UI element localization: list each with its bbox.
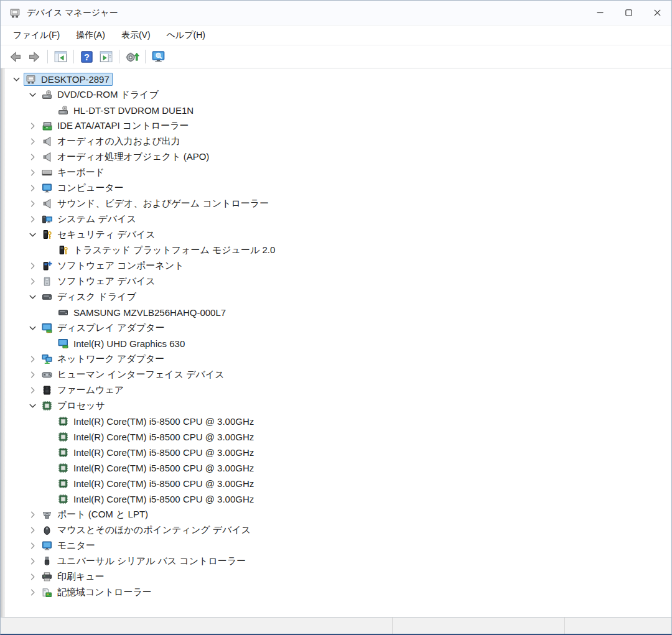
chevron-right-icon[interactable]: [25, 526, 40, 535]
tree-item-label[interactable]: 印刷キュー: [57, 571, 105, 583]
tree-item-audio-inputs-outputs[interactable]: オーディオの入力および出力: [5, 134, 671, 149]
menu-file[interactable]: ファイル(F): [7, 27, 66, 44]
scan-hardware-changes-button[interactable]: [123, 49, 142, 65]
chevron-down-icon[interactable]: [9, 75, 24, 84]
tree-item-usb-controllers[interactable]: ユニバーサル シリアル バス コントローラー: [5, 554, 671, 569]
menu-view[interactable]: 表示(V): [115, 27, 157, 44]
tree-item-firmware[interactable]: ファームウェア: [5, 382, 671, 398]
tree-item-ports-com-lpt[interactable]: ポート (COM と LPT): [5, 507, 671, 522]
tree-item-label[interactable]: モニター: [57, 540, 95, 552]
chevron-down-icon[interactable]: [25, 401, 40, 410]
tree-item-cpu-6[interactable]: Intel(R) Core(TM) i5-8500 CPU @ 3.00GHz: [5, 491, 671, 507]
chevron-down-icon[interactable]: [25, 230, 40, 239]
help-button[interactable]: ?: [77, 49, 96, 65]
tree-item-hl-dt-st-dvdrom-due1n[interactable]: HL-DT-ST DVDROM DUE1N: [5, 103, 671, 118]
tree-item-audio-processing-objects[interactable]: オーディオ処理オブジェクト (APO): [5, 149, 671, 165]
back-button[interactable]: [6, 49, 25, 65]
tree-item-security-devices[interactable]: セキュリティ デバイス: [5, 227, 671, 243]
tree-item-label[interactable]: コンピューター: [57, 182, 124, 194]
tree-item-label[interactable]: マウスとそのほかのポインティング デバイス: [57, 524, 251, 536]
chevron-down-icon[interactable]: [25, 292, 40, 302]
tree-item-label[interactable]: プロセッサ: [57, 400, 105, 412]
tree-item-intel-uhd-graphics-630[interactable]: Intel(R) UHD Graphics 630: [5, 336, 671, 351]
tree-item-label[interactable]: Intel(R) Core(TM) i5-8500 CPU @ 3.00GHz: [73, 494, 254, 504]
tree-item-sound-video-game-controllers[interactable]: サウンド、ビデオ、およびゲーム コントローラー: [5, 196, 671, 211]
tree-item-label[interactable]: 記憶域コントローラー: [57, 586, 152, 598]
tree-item-label[interactable]: ユニバーサル シリアル バス コントローラー: [57, 555, 246, 567]
tree-item-cpu-4[interactable]: Intel(R) Core(TM) i5-8500 CPU @ 3.00GHz: [5, 460, 671, 476]
tree-item-label[interactable]: Intel(R) Core(TM) i5-8500 CPU @ 3.00GHz: [73, 478, 254, 489]
chevron-right-icon[interactable]: [25, 183, 40, 193]
tree-item-print-queues[interactable]: 印刷キュー: [5, 569, 671, 585]
tree-item-network-adapters[interactable]: ネットワーク アダプター: [5, 351, 671, 367]
tree-item-label[interactable]: Intel(R) Core(TM) i5-8500 CPU @ 3.00GHz: [73, 447, 254, 458]
chevron-down-icon[interactable]: [25, 90, 40, 100]
chevron-right-icon[interactable]: [25, 386, 40, 395]
minimize-button[interactable]: [586, 1, 614, 25]
tree-item-desktop-2897[interactable]: DESKTOP-2897: [5, 72, 671, 87]
chevron-down-icon[interactable]: [25, 323, 40, 333]
tree-item-label[interactable]: サウンド、ビデオ、およびゲーム コントローラー: [57, 198, 269, 210]
chevron-right-icon[interactable]: [25, 121, 40, 131]
title-bar[interactable]: デバイス マネージャー: [1, 1, 671, 25]
tree-item-computers[interactable]: コンピューター: [5, 180, 671, 196]
tree-item-label[interactable]: Intel(R) UHD Graphics 630: [73, 338, 185, 349]
chevron-right-icon[interactable]: [25, 572, 40, 582]
tree-item-cpu-2[interactable]: Intel(R) Core(TM) i5-8500 CPU @ 3.00GHz: [5, 429, 671, 445]
tree-item-dvd-cd-rom-drives[interactable]: DVD/CD-ROM ドライブ: [5, 87, 671, 103]
tree-item-ide-ata-atapi-controllers[interactable]: IDE ATA/ATAPI コントローラー: [5, 118, 671, 134]
chevron-right-icon[interactable]: [25, 557, 40, 566]
tree-item-label[interactable]: HL-DT-ST DVDROM DUE1N: [73, 105, 194, 116]
tree-item-label[interactable]: オーディオの入力および出力: [57, 136, 180, 147]
chevron-right-icon[interactable]: [25, 510, 40, 519]
tree-item-label[interactable]: ディスプレイ アダプター: [57, 322, 165, 334]
chevron-right-icon[interactable]: [25, 215, 40, 224]
tree-item-label[interactable]: ファームウェア: [57, 384, 124, 396]
tree-item-tpm-2-0[interactable]: トラステッド プラットフォーム モジュール 2.0: [5, 243, 671, 258]
forward-button[interactable]: [25, 49, 44, 65]
tree-item-cpu-1[interactable]: Intel(R) Core(TM) i5-8500 CPU @ 3.00GHz: [5, 414, 671, 429]
tree-item-label[interactable]: キーボード: [57, 167, 105, 178]
tree-item-cpu-5[interactable]: Intel(R) Core(TM) i5-8500 CPU @ 3.00GHz: [5, 476, 671, 491]
tree-item-label[interactable]: DVD/CD-ROM ドライブ: [57, 89, 159, 101]
close-button[interactable]: [643, 1, 671, 25]
tree-item-label[interactable]: IDE ATA/ATAPI コントローラー: [57, 120, 189, 132]
tree-item-cpu-3[interactable]: Intel(R) Core(TM) i5-8500 CPU @ 3.00GHz: [5, 445, 671, 460]
chevron-right-icon[interactable]: [25, 137, 40, 146]
tree-item-mice-pointing-devices[interactable]: マウスとそのほかのポインティング デバイス: [5, 522, 671, 538]
tree-item-label[interactable]: オーディオ処理オブジェクト (APO): [57, 151, 209, 163]
chevron-right-icon[interactable]: [25, 152, 40, 162]
tree-item-keyboards[interactable]: キーボード: [5, 165, 671, 180]
tree-item-processors[interactable]: プロセッサ: [5, 398, 671, 414]
tree-item-label[interactable]: Intel(R) Core(TM) i5-8500 CPU @ 3.00GHz: [73, 463, 254, 473]
maximize-button[interactable]: [614, 1, 643, 25]
tree-item-label[interactable]: ポート (COM と LPT): [57, 509, 148, 521]
tree-item-label[interactable]: セキュリティ デバイス: [57, 229, 156, 241]
tree-item-monitors[interactable]: モニター: [5, 538, 671, 554]
tree-item-samsung-mzvlb256hahq-000l7[interactable]: SAMSUNG MZVLB256HAHQ-000L7: [5, 305, 671, 320]
tree-item-label[interactable]: DESKTOP-2897: [41, 74, 110, 85]
menu-action[interactable]: 操作(A): [70, 27, 111, 44]
chevron-right-icon[interactable]: [25, 261, 40, 271]
console-tree-toggle-button[interactable]: [51, 49, 70, 65]
chevron-right-icon[interactable]: [25, 168, 40, 177]
tree-item-label[interactable]: ソフトウェア コンポーネント: [57, 260, 184, 272]
action-pane-toggle-button[interactable]: [96, 49, 116, 65]
tree-item-disk-drives[interactable]: ディスク ドライブ: [5, 289, 671, 305]
tree-item-label[interactable]: ネットワーク アダプター: [57, 353, 164, 365]
chevron-right-icon[interactable]: [25, 370, 40, 379]
tree-item-system-devices[interactable]: システム デバイス: [5, 211, 671, 227]
tree-item-label[interactable]: トラステッド プラットフォーム モジュール 2.0: [73, 244, 275, 256]
tree-item-human-interface-devices[interactable]: ヒューマン インターフェイス デバイス: [5, 367, 671, 382]
menu-help[interactable]: ヘルプ(H): [161, 27, 212, 44]
tree-item-software-components[interactable]: ソフトウェア コンポーネント: [5, 258, 671, 274]
tree-item-label[interactable]: Intel(R) Core(TM) i5-8500 CPU @ 3.00GHz: [73, 416, 254, 427]
tree-item-display-adapters[interactable]: ディスプレイ アダプター: [5, 320, 671, 336]
chevron-right-icon[interactable]: [25, 199, 40, 208]
search-devices-button[interactable]: [149, 49, 168, 65]
tree-item-software-devices[interactable]: ソフトウェア デバイス: [5, 274, 671, 289]
tree-item-label[interactable]: Intel(R) Core(TM) i5-8500 CPU @ 3.00GHz: [73, 432, 254, 442]
chevron-right-icon[interactable]: [25, 541, 40, 550]
tree-item-label[interactable]: システム デバイス: [57, 213, 136, 225]
chevron-right-icon[interactable]: [25, 588, 40, 597]
